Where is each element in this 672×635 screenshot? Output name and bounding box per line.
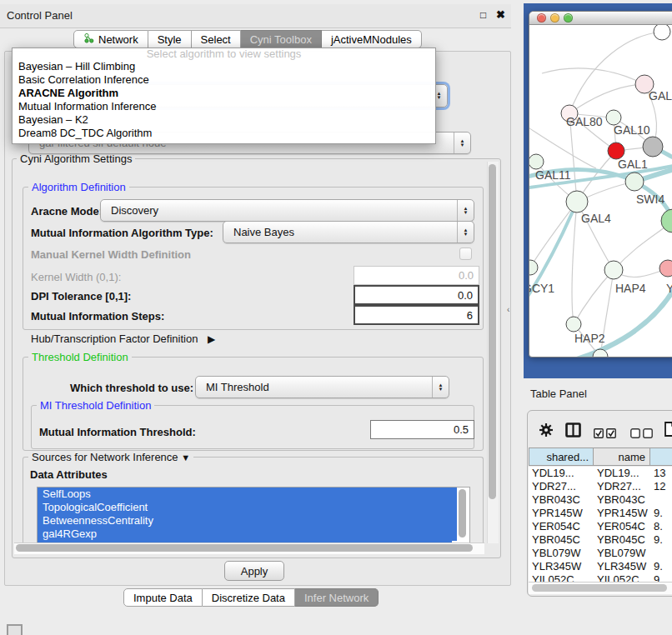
menu-item[interactable]: Dream8 DC_TDC Algorithm <box>13 127 435 140</box>
dpi-tolerance-field[interactable]: 0.0 <box>354 285 479 305</box>
table-row[interactable]: YBR043CYBR043C <box>529 493 672 507</box>
table-cell[interactable]: YBR043C <box>529 493 594 507</box>
table-cell[interactable] <box>650 547 672 560</box>
network-node[interactable] <box>625 172 644 191</box>
grip-icon[interactable] <box>7 624 23 635</box>
sources-title[interactable]: Sources for Network Inference ▼ <box>28 451 193 463</box>
table-cell[interactable]: YER054C <box>594 520 650 533</box>
table-row[interactable]: YBR045CYBR045C9. <box>529 533 672 547</box>
data-attributes-list[interactable]: SelfLoops TopologicalCoefficient Between… <box>37 487 470 543</box>
table-cell[interactable]: YBL079W <box>529 547 594 560</box>
deselect-all-checkboxes-icon[interactable] <box>630 427 653 442</box>
table-cell[interactable]: YDR27... <box>594 480 650 493</box>
list-item[interactable]: TopologicalCoefficient <box>38 501 457 514</box>
hub-definition-expander[interactable]: Hub/Transcription Factor Definition ▶ <box>31 332 215 345</box>
menu-item[interactable]: Basic Correlation Inference <box>13 73 435 87</box>
table-row[interactable]: YBL079WYBL079W <box>529 547 672 560</box>
table-row[interactable]: YDL19...YDL19...13 <box>529 467 672 480</box>
close-traffic-light-icon[interactable] <box>537 13 546 22</box>
list-item[interactable]: BetweennessCentrality <box>38 514 457 528</box>
table-cell[interactable]: YDL19... <box>594 467 650 480</box>
list-item[interactable]: SelfLoops <box>38 488 457 501</box>
table-hscrollbar-thumb[interactable] <box>532 584 667 592</box>
table-cell[interactable]: 9. <box>650 560 672 573</box>
tab-impute-data[interactable]: Impute Data <box>123 588 203 607</box>
column-header-shared-name[interactable]: shared... <box>529 448 594 466</box>
network-node[interactable] <box>643 137 663 157</box>
columns-icon[interactable] <box>565 422 581 441</box>
which-threshold-combo[interactable]: MI Threshold▲▼ <box>195 376 449 398</box>
zoom-traffic-light-icon[interactable] <box>564 13 573 22</box>
menu-item[interactable]: Bayesian – Hill Climbing <box>13 60 435 73</box>
table-cell[interactable]: YIL052C <box>594 573 650 582</box>
list-item[interactable]: gal4RGexp <box>38 528 457 541</box>
network-edge-highlighted[interactable] <box>546 279 672 357</box>
menu-item[interactable]: Bayesian – K2 <box>13 113 435 127</box>
settings-scrollbar-thumb[interactable] <box>489 164 496 499</box>
settings-hscrollbar-thumb[interactable] <box>16 544 473 552</box>
table-cell[interactable]: 8. <box>650 520 672 533</box>
table-cell[interactable]: YBL079W <box>594 547 650 560</box>
network-node[interactable] <box>529 260 538 275</box>
mi-type-combo[interactable]: Naive Bayes▲▼ <box>223 221 474 243</box>
network-view-window[interactable]: GALGAL80GAL10GAL1GAL11SWI4GAL4GCY1HAP4YH… <box>529 11 672 358</box>
table-cell[interactable]: 9. <box>650 533 672 547</box>
mi-threshold-field[interactable]: 0.5 <box>370 420 474 439</box>
table-row[interactable]: YLR345WYLR345W9. <box>529 560 672 573</box>
select-all-checkboxes-icon[interactable] <box>594 427 616 442</box>
table-cell[interactable]: YLR345W <box>529 560 594 573</box>
table-cell[interactable]: YIL052C <box>529 573 594 582</box>
tab-jactivemnodules[interactable]: jActiveMNodules <box>322 30 422 48</box>
kernel-width-field[interactable]: 0.0 <box>354 266 479 285</box>
network-canvas[interactable]: GALGAL80GAL10GAL1GAL11SWI4GAL4GCY1HAP4YH… <box>529 25 672 357</box>
network-edge[interactable] <box>542 68 644 84</box>
table-cell[interactable]: YPR145W <box>594 507 650 520</box>
table-cell[interactable]: 9 <box>650 573 672 582</box>
tab-discretize-data[interactable]: Discretize Data <box>203 588 295 607</box>
network-node[interactable] <box>529 154 544 169</box>
table-cell[interactable]: YBR045C <box>529 533 594 547</box>
column-header-cut[interactable] <box>650 448 672 466</box>
table-cell[interactable]: YDL19... <box>529 467 594 480</box>
network-edge[interactable] <box>574 270 614 324</box>
manual-kernel-checkbox[interactable] <box>459 248 472 260</box>
menu-item-highlighted[interactable]: ARACNE Algorithm <box>13 87 435 100</box>
tab-select[interactable]: Select <box>192 30 241 48</box>
attributes-scrollbar-thumb[interactable] <box>459 489 466 538</box>
network-node[interactable] <box>604 261 623 279</box>
gear-icon[interactable] <box>539 422 554 441</box>
table-hscrollbar-track[interactable] <box>529 582 672 594</box>
tab-cyni-toolbox[interactable]: Cyni Toolbox <box>241 30 322 48</box>
tab-network[interactable]: Network <box>73 30 148 48</box>
network-edge[interactable] <box>530 202 577 268</box>
network-node[interactable] <box>566 317 581 332</box>
table-row[interactable]: YPR145WYPR145W9. <box>529 507 672 520</box>
table-cell[interactable]: YBR045C <box>594 533 650 547</box>
table-cell[interactable]: 12 <box>650 480 672 493</box>
column-header-name[interactable]: name <box>594 448 650 466</box>
table-row[interactable]: YER054CYER054C8. <box>529 520 672 533</box>
table-cell[interactable]: YER054C <box>529 520 594 533</box>
table-cell[interactable]: YLR345W <box>594 560 650 573</box>
document-icon[interactable] <box>664 422 672 440</box>
network-window-titlebar[interactable] <box>529 12 672 25</box>
tab-infer-network[interactable]: Infer Network <box>295 588 379 607</box>
table-cell[interactable]: YPR145W <box>529 507 594 520</box>
tab-style[interactable]: Style <box>148 30 192 48</box>
table-row[interactable]: YIL052CYIL052C9 <box>529 573 672 582</box>
table-cell[interactable]: 13 <box>650 467 672 480</box>
network-edge[interactable] <box>572 202 577 324</box>
table-cell[interactable]: YDR27... <box>529 480 594 493</box>
table-cell[interactable]: YBR043C <box>594 493 650 507</box>
network-node[interactable] <box>654 25 670 40</box>
menu-item[interactable]: Mutual Information Inference <box>13 100 435 113</box>
apply-button[interactable]: Apply <box>224 561 284 581</box>
table-cell[interactable]: 9. <box>650 507 672 520</box>
network-node[interactable] <box>608 142 624 159</box>
close-icon[interactable]: ✖ <box>496 8 505 21</box>
aracne-mode-combo[interactable]: Discovery▲▼ <box>100 199 474 222</box>
table-cell[interactable] <box>650 493 672 507</box>
minimize-traffic-light-icon[interactable] <box>550 13 559 22</box>
panel-divider-arrow-icon[interactable]: ‹ <box>507 305 509 314</box>
float-window-icon[interactable]: □ <box>480 9 486 21</box>
